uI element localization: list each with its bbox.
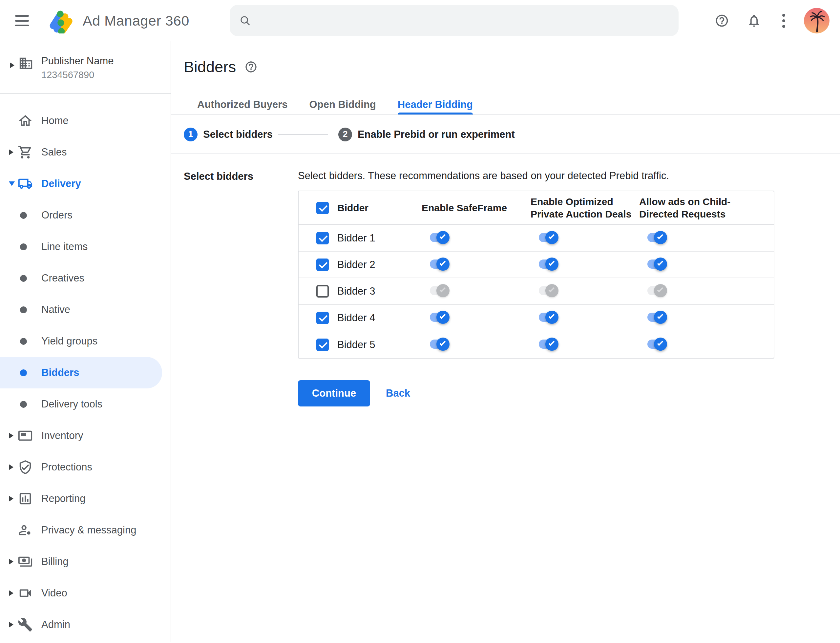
optimized-private-auction-toggle[interactable] [539,286,558,295]
bell-icon [747,13,761,28]
bullet-icon [20,212,27,219]
video-camera-icon [18,586,33,601]
row-checkbox[interactable] [316,232,329,245]
safeframe-toggle[interactable] [430,286,449,295]
safeframe-toggle[interactable] [430,339,449,349]
optimized-private-auction-toggle[interactable] [539,259,558,269]
search-input[interactable] [258,15,669,26]
continue-button[interactable]: Continue [298,380,370,406]
sidebar-item-yield-groups[interactable]: Yield groups [0,325,162,357]
banknote-icon [18,554,33,569]
table-row: Bidder 5 [299,331,774,358]
chevron-right-icon [10,62,15,68]
bidder-name: Bidder 2 [337,259,375,271]
sidebar-item-delivery[interactable]: Delivery [0,168,162,199]
bidder-name: Bidder 3 [337,286,375,297]
sidebar-item-reporting[interactable]: Reporting [0,483,162,514]
notifications-button[interactable] [747,0,761,41]
tab-authorized-buyers[interactable]: Authorized Buyers [197,99,288,114]
safeframe-toggle[interactable] [430,259,449,269]
child-directed-toggle[interactable] [647,233,667,242]
chevron-right-icon [9,496,13,502]
step-enable-prebid[interactable]: 2 Enable Prebid or run experiment [338,127,515,141]
row-checkbox[interactable] [316,258,329,271]
sidebar-item-line-items[interactable]: Line items [0,231,162,263]
chevron-down-icon [9,181,15,186]
ad-unit-icon [18,428,33,443]
help-icon [244,60,258,73]
child-directed-toggle[interactable] [647,259,667,269]
table-row: Bidder 4 [299,305,774,331]
page-help-button[interactable] [244,60,258,73]
bullet-icon [20,338,27,345]
column-header: Allow ads on Child-Directed Requests [639,196,738,220]
chevron-right-icon [9,433,13,439]
optimized-private-auction-toggle[interactable] [539,339,558,349]
account-avatar[interactable] [804,8,830,33]
column-header: Bidder [337,202,368,214]
sidebar-item-admin[interactable]: Admin [0,609,162,640]
optimized-private-auction-toggle[interactable] [539,313,558,322]
table-header-checkbox[interactable] [316,202,329,214]
three-dot-icon [782,14,785,28]
truck-icon [18,176,33,191]
sidebar-item-sales[interactable]: Sales [0,137,162,168]
page-title: Bidders [184,58,236,76]
menu-icon[interactable] [15,15,29,26]
sidebar-item-protections[interactable]: Protections [0,451,162,483]
back-button[interactable]: Back [386,387,410,399]
sidebar-item-home[interactable]: Home [0,105,162,137]
table-row: Bidder 3 [299,278,774,305]
sidebar: Publisher Name 1234567890 Home Sales [0,41,171,642]
column-header: Enable SafeFrame [422,202,531,214]
optimized-private-auction-toggle[interactable] [539,233,558,242]
child-directed-toggle[interactable] [647,339,667,349]
ad-manager-logo-icon [49,8,74,33]
safeframe-toggle[interactable] [430,313,449,322]
help-icon [715,13,729,28]
table-row: Bidder 2 [299,251,774,278]
sidebar-item-inventory[interactable]: Inventory [0,420,162,451]
chevron-right-icon [9,590,13,596]
sidebar-item-native[interactable]: Native [0,294,162,325]
row-checkbox[interactable] [316,312,329,324]
sidebar-item-creatives[interactable]: Creatives [0,263,162,294]
chevron-right-icon [9,464,13,470]
help-button[interactable] [715,0,729,41]
tab-open-bidding[interactable]: Open Bidding [309,99,376,114]
tab-header-bidding[interactable]: Header Bidding [398,99,473,114]
building-icon [18,56,33,71]
person-badge-icon [18,522,33,538]
bidder-name: Bidder 5 [337,339,375,351]
chevron-right-icon [9,149,13,155]
step-select-bidders[interactable]: 1 Select bidders [184,127,273,141]
step-connector [278,134,328,135]
sidebar-item-video[interactable]: Video [0,578,162,609]
tab-bar: Authorized Buyers Open Bidding Header Bi… [197,99,840,114]
sidebar-item-bidders[interactable]: Bidders [0,357,162,388]
shield-check-icon [18,460,33,475]
bullet-icon [20,307,27,313]
row-checkbox[interactable] [316,285,329,297]
search-bar[interactable] [230,5,678,36]
main-content: Bidders Authorized Buyers Open Bidding H… [171,41,840,642]
chevron-right-icon [9,622,13,628]
sidebar-item-billing[interactable]: Billing [0,546,162,578]
sidebar-item-orders[interactable]: Orders [0,199,162,231]
publisher-switcher[interactable]: Publisher Name 1234567890 [0,41,171,94]
step-number-badge: 2 [338,127,352,141]
bullet-icon [20,275,27,282]
wrench-icon [18,617,33,632]
sidebar-item-delivery-tools[interactable]: Delivery tools [0,388,162,420]
sidebar-item-privacy-messaging[interactable]: Privacy & messaging [0,514,162,546]
child-directed-toggle[interactable] [647,313,667,322]
top-app-bar: Ad Manager 360 [0,0,840,41]
table-row: Bidder 1 [299,225,774,251]
safeframe-toggle[interactable] [430,233,449,242]
cart-icon [18,145,33,160]
row-checkbox[interactable] [316,339,329,351]
column-header: Enable Optimized Private Auction Deals [531,196,636,220]
bullet-icon [20,369,27,376]
child-directed-toggle[interactable] [647,286,667,295]
overflow-menu-button[interactable] [782,0,785,41]
